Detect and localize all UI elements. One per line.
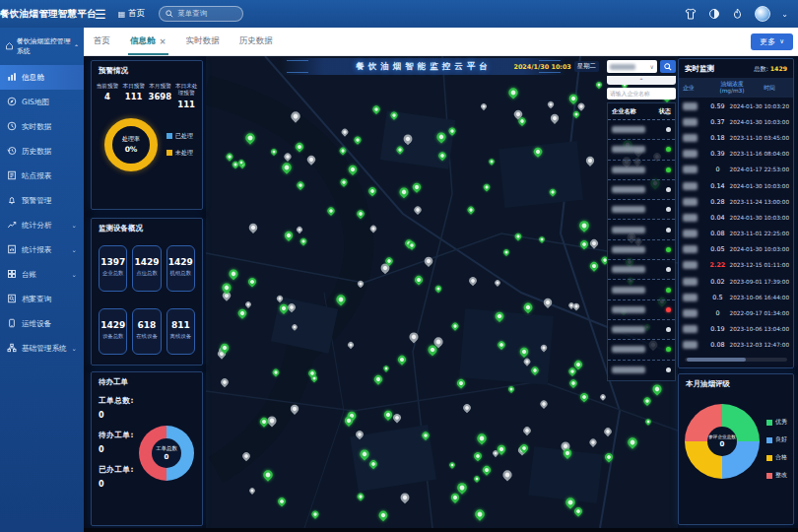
- map-pin-online[interactable]: [564, 496, 576, 508]
- map-pin-offline[interactable]: [357, 280, 366, 289]
- map-pin-online[interactable]: [356, 209, 366, 219]
- map-pin-online[interactable]: [353, 135, 363, 145]
- map-pin-online[interactable]: [421, 431, 431, 440]
- map-pin-online[interactable]: [532, 146, 544, 158]
- sidebar-item[interactable]: 档案查询 ⌄: [0, 287, 84, 311]
- map-pin-online[interactable]: [262, 469, 275, 482]
- enterprise-row[interactable]: [608, 280, 675, 299]
- sidebar-item[interactable]: GIS地图 ⌄: [0, 90, 84, 114]
- map-pin-online[interactable]: [506, 87, 519, 100]
- enterprise-row[interactable]: [608, 300, 675, 320]
- map-pin-online[interactable]: [595, 81, 603, 89]
- map-pin-online[interactable]: [397, 355, 408, 366]
- monitor-row[interactable]: 0.19 2023-10-06 13:04:00: [679, 321, 793, 337]
- sidebar-item[interactable]: 台账 ⌄: [0, 262, 84, 287]
- map-pin-offline[interactable]: [408, 330, 421, 343]
- map-pin-online[interactable]: [309, 374, 317, 382]
- contrast-mode-icon[interactable]: [707, 8, 720, 21]
- map-pin-online[interactable]: [475, 432, 488, 444]
- monitor-row[interactable]: 0.39 2023-11-16 08:04:00: [679, 146, 793, 162]
- map-pin-online[interactable]: [367, 185, 378, 196]
- map-pin-online[interactable]: [236, 307, 248, 319]
- map-pin-offline[interactable]: [354, 430, 365, 440]
- map-pin-online[interactable]: [579, 239, 590, 250]
- map-pin-online[interactable]: [567, 366, 577, 376]
- map-pin-online[interactable]: [578, 392, 589, 403]
- monitor-row[interactable]: 0.14 2024-01-30 10:03:00: [679, 177, 793, 193]
- enterprise-row[interactable]: [608, 200, 675, 220]
- enterprise-search-button[interactable]: [660, 60, 676, 73]
- map-pin-offline[interactable]: [542, 297, 554, 308]
- monitor-row[interactable]: 0.02 2023-09-01 17:39:00: [679, 274, 793, 290]
- map-pin-offline[interactable]: [289, 403, 300, 415]
- close-icon[interactable]: ×: [160, 36, 166, 46]
- tab[interactable]: 信息舱 ×: [120, 28, 176, 55]
- map-pin-online[interactable]: [507, 385, 515, 393]
- map-pin-online[interactable]: [271, 368, 280, 377]
- sidebar-group-header[interactable]: 餐饮油烟监控管理系统 ⌃: [0, 28, 84, 65]
- map-pin-online[interactable]: [398, 186, 411, 199]
- map-pin-online[interactable]: [481, 465, 492, 476]
- enterprise-row[interactable]: [608, 361, 675, 380]
- map-pin-online[interactable]: [383, 365, 390, 371]
- map-pin-online[interactable]: [244, 132, 257, 145]
- map-pin-offline[interactable]: [369, 224, 378, 233]
- map-pin-online[interactable]: [299, 237, 307, 246]
- map-pin-online[interactable]: [568, 378, 578, 388]
- enterprise-row[interactable]: [608, 180, 675, 200]
- map-pin-online[interactable]: [296, 180, 305, 190]
- map-pin-online[interactable]: [549, 187, 558, 196]
- map-pin-online[interactable]: [372, 104, 382, 114]
- map-pin-online[interactable]: [626, 436, 638, 449]
- enterprise-row[interactable]: [608, 340, 675, 360]
- tab[interactable]: 历史数据 ×: [230, 28, 283, 55]
- map-pin-offline[interactable]: [247, 222, 259, 233]
- map-pin-online[interactable]: [335, 293, 348, 305]
- map-pin-online[interactable]: [326, 206, 336, 216]
- map-pin-offline[interactable]: [244, 300, 252, 308]
- map-pin-online[interactable]: [497, 340, 506, 350]
- map-pin-online[interactable]: [411, 181, 423, 193]
- sidebar-item[interactable]: 基础管理系统 ⌄: [0, 336, 84, 361]
- more-button[interactable]: 更多 ∨: [751, 33, 793, 50]
- map-pin-online[interactable]: [434, 284, 443, 293]
- map-pin-offline[interactable]: [347, 341, 355, 349]
- map-pin-offline[interactable]: [500, 468, 513, 481]
- map-pin-offline[interactable]: [584, 155, 596, 166]
- map-pin-online[interactable]: [530, 365, 540, 374]
- map-pin-offline[interactable]: [588, 437, 598, 447]
- map-pin-online[interactable]: [277, 497, 288, 507]
- sidebar-item[interactable]: 实时数据 ⌄: [0, 114, 84, 139]
- map-pin-offline[interactable]: [241, 451, 252, 462]
- map-pin-online[interactable]: [473, 451, 484, 462]
- map-pin-online[interactable]: [573, 505, 584, 516]
- sidebar-item[interactable]: 预警管理 ⌄: [0, 188, 84, 213]
- enterprise-row[interactable]: [608, 240, 675, 260]
- map-pin-offline[interactable]: [402, 133, 415, 146]
- map-pin-offline[interactable]: [539, 343, 548, 352]
- map-pin-online[interactable]: [310, 509, 320, 519]
- theme-skin-icon[interactable]: [684, 8, 697, 21]
- monitor-row[interactable]: 0.04 2024-01-30 10:03:00: [679, 210, 793, 226]
- sidebar-item[interactable]: 统计报表 ⌄: [0, 237, 84, 262]
- monitor-row[interactable]: 2.22 2023-12-15 01:11:00: [679, 257, 793, 273]
- sidebar-item[interactable]: 历史数据 ⌄: [0, 139, 84, 164]
- map-pin-online[interactable]: [356, 492, 365, 500]
- enterprise-row[interactable]: [608, 220, 675, 239]
- sidebar-item[interactable]: 站点报表 ⌄: [0, 164, 84, 188]
- breadcrumb[interactable]: ▦ 首页: [118, 8, 146, 20]
- tab[interactable]: 实时数据 ×: [176, 28, 230, 55]
- map-pin-offline[interactable]: [468, 276, 479, 287]
- map-pin-online[interactable]: [270, 148, 278, 156]
- map-pin-offline[interactable]: [547, 100, 556, 109]
- map-pin-online[interactable]: [367, 459, 377, 469]
- map-pin-online[interactable]: [577, 220, 591, 233]
- map-pin-online[interactable]: [435, 131, 448, 144]
- map-pin-online[interactable]: [347, 164, 359, 175]
- monitor-row[interactable]: 0 2024-01-17 22:53:00: [679, 162, 793, 177]
- map-pin-online[interactable]: [588, 260, 599, 271]
- map-pin-offline[interactable]: [276, 295, 285, 303]
- map-pin-online[interactable]: [456, 377, 467, 388]
- map-pin-online[interactable]: [449, 492, 461, 503]
- monitor-row[interactable]: 0.5 2023-10-06 16:44:00: [679, 290, 793, 305]
